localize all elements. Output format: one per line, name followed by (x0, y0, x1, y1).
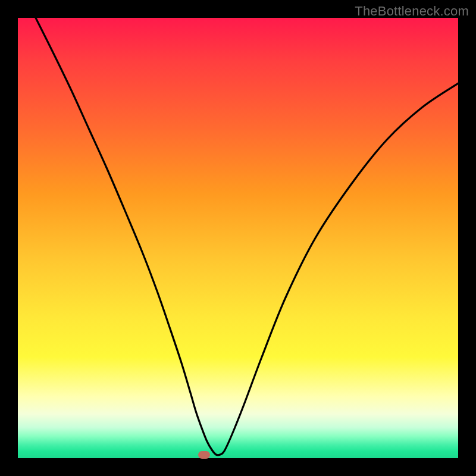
chart-curve-svg (18, 18, 458, 458)
curve-marker (198, 451, 210, 459)
bottleneck-curve (36, 18, 458, 455)
watermark-text: TheBottleneck.com (355, 4, 469, 19)
